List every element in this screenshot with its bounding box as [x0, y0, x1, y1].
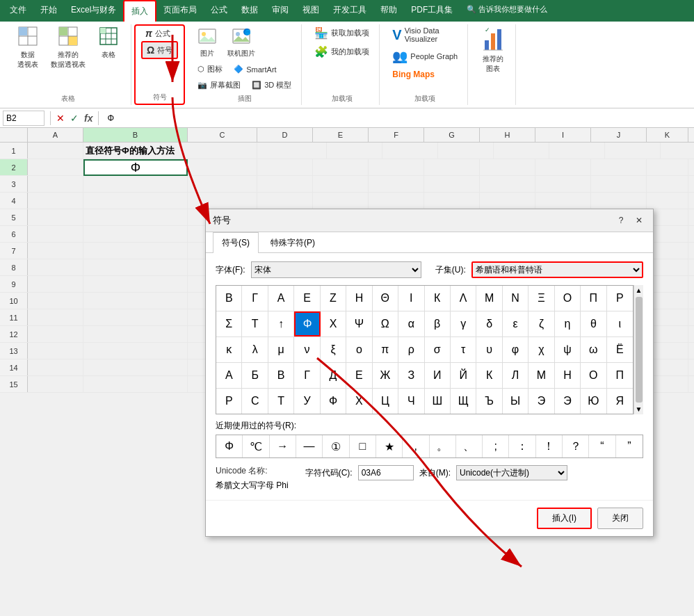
cell-c3[interactable]: [188, 176, 257, 193]
recent-char-item[interactable]: ？: [563, 435, 589, 457]
char-cell[interactable]: Е: [294, 286, 320, 311]
char-cell[interactable]: Л: [503, 363, 528, 388]
cell-g2[interactable]: [424, 159, 480, 176]
char-cell[interactable]: η: [555, 311, 581, 337]
char-cell[interactable]: ψ: [555, 337, 581, 362]
char-cell[interactable]: λ: [242, 337, 268, 362]
tab-special-chars[interactable]: 特殊字符(P): [261, 232, 324, 253]
char-cell[interactable]: θ: [581, 311, 606, 337]
char-cell[interactable]: Щ: [451, 389, 476, 414]
char-cell[interactable]: В: [216, 286, 242, 311]
char-cell[interactable]: ρ: [398, 337, 424, 362]
recent-char-item[interactable]: ★: [376, 435, 403, 457]
char-cell[interactable]: ζ: [528, 311, 554, 337]
cell-c2[interactable]: [188, 159, 257, 176]
tab-review[interactable]: 审阅: [265, 0, 296, 22]
char-cell[interactable]: Ё: [607, 337, 633, 362]
col-header-b[interactable]: B: [83, 128, 188, 142]
cell-j2[interactable]: [591, 159, 647, 176]
char-cell[interactable]: H: [346, 286, 372, 311]
3d-model-button[interactable]: 🔲 3D 模型: [248, 78, 296, 92]
char-cell[interactable]: π: [373, 337, 398, 362]
col-header-a[interactable]: A: [28, 128, 83, 142]
char-cell[interactable]: С: [242, 389, 268, 414]
char-cell[interactable]: Е: [346, 363, 372, 388]
char-cell[interactable]: Т: [268, 389, 294, 414]
tab-page-layout[interactable]: 页面布局: [156, 0, 204, 22]
recent-char-item[interactable]: Φ: [216, 435, 243, 457]
char-cell[interactable]: Р: [607, 286, 633, 311]
cell-h2[interactable]: [480, 159, 535, 176]
recent-char-item[interactable]: ！: [536, 435, 563, 457]
char-cell[interactable]: А: [216, 363, 242, 388]
formula-button[interactable]: π 公式: [141, 26, 178, 41]
table-button[interactable]: 表格: [92, 24, 125, 62]
char-cell[interactable]: I: [398, 286, 424, 311]
visio-button[interactable]: V Visio DataVisualizer: [388, 24, 443, 45]
col-header-i[interactable]: I: [535, 128, 591, 142]
recent-char-item[interactable]: “: [589, 435, 615, 457]
online-picture-button[interactable]: 🌐 联机图片: [224, 24, 259, 60]
icons-button[interactable]: ⬡ 图标: [193, 62, 227, 76]
char-cell[interactable]: О: [555, 286, 581, 311]
char-cell[interactable]: П: [581, 286, 606, 311]
char-cell[interactable]: Ψ: [346, 311, 372, 337]
char-cell[interactable]: β: [425, 311, 451, 337]
tab-symbol[interactable]: 符号(S): [213, 232, 259, 253]
char-cell[interactable]: Σ: [216, 311, 242, 337]
char-cell[interactable]: κ: [216, 337, 242, 362]
char-cell[interactable]: σ: [425, 337, 451, 362]
charcode-input[interactable]: [358, 465, 414, 480]
char-cell[interactable]: Ж: [373, 363, 398, 388]
close-button[interactable]: 关闭: [597, 508, 643, 529]
pivot-table-button[interactable]: 数据透视表: [11, 24, 45, 72]
cell-f2[interactable]: [369, 159, 424, 176]
char-cell[interactable]: ε: [503, 311, 528, 337]
cell-d2[interactable]: [257, 159, 313, 176]
source-select[interactable]: Unicode(十六进制): [456, 465, 567, 480]
tab-formula[interactable]: 公式: [204, 0, 234, 22]
people-graph-button[interactable]: 👥 People Graph: [388, 47, 462, 66]
char-cell[interactable]: ο: [346, 337, 372, 362]
scroll-up-icon[interactable]: ▲: [634, 285, 644, 295]
char-cell[interactable]: Э: [528, 389, 554, 414]
cell-i2[interactable]: [535, 159, 591, 176]
char-cell[interactable]: M: [476, 286, 502, 311]
char-cell[interactable]: Ч: [398, 389, 424, 414]
char-cell[interactable]: И: [425, 363, 451, 388]
col-header-g[interactable]: G: [424, 128, 480, 142]
char-cell[interactable]: Р: [216, 389, 242, 414]
cell-j1[interactable]: [661, 143, 694, 159]
cell-d1[interactable]: [327, 143, 382, 159]
char-cell[interactable]: Ю: [581, 389, 606, 414]
char-cell[interactable]: μ: [268, 337, 294, 362]
cell-b1[interactable]: 直径符号Φ的输入方法: [83, 143, 257, 159]
char-cell[interactable]: Ш: [425, 389, 451, 414]
char-cell[interactable]: В: [268, 363, 294, 388]
screenshot-button[interactable]: 📷 屏幕截图: [193, 78, 245, 92]
char-cell[interactable]: У: [294, 389, 320, 414]
formula-fx-icon[interactable]: fx: [84, 113, 92, 124]
subset-select[interactable]: 希腊语和科普特语: [471, 261, 643, 278]
picture-button[interactable]: 图片: [193, 24, 221, 60]
col-header-f[interactable]: F: [369, 128, 424, 142]
char-cell[interactable]: Э: [555, 389, 581, 414]
cell-c1[interactable]: [257, 143, 327, 159]
char-cell[interactable]: χ: [528, 337, 554, 362]
tab-pdf[interactable]: PDF工具集: [404, 0, 460, 22]
recent-char-item[interactable]: —: [296, 435, 323, 457]
char-cell[interactable]: О: [581, 363, 606, 388]
col-header-h[interactable]: H: [480, 128, 535, 142]
scroll-down-icon[interactable]: ▼: [634, 404, 644, 414]
cell-g1[interactable]: [494, 143, 549, 159]
formula-confirm-icon[interactable]: ✓: [70, 113, 79, 124]
char-cell[interactable]: Г: [242, 286, 268, 311]
smartart-button[interactable]: 🔷 SmartArt: [229, 62, 280, 76]
char-cell[interactable]: К: [476, 363, 502, 388]
char-cell[interactable]: З: [398, 363, 424, 388]
recent-char-item[interactable]: 。: [430, 435, 456, 457]
formula-cancel-icon[interactable]: ✕: [56, 113, 65, 124]
cell-i1[interactable]: [605, 143, 661, 159]
cell-h1[interactable]: [549, 143, 605, 159]
tab-insert[interactable]: 插入: [123, 0, 156, 22]
